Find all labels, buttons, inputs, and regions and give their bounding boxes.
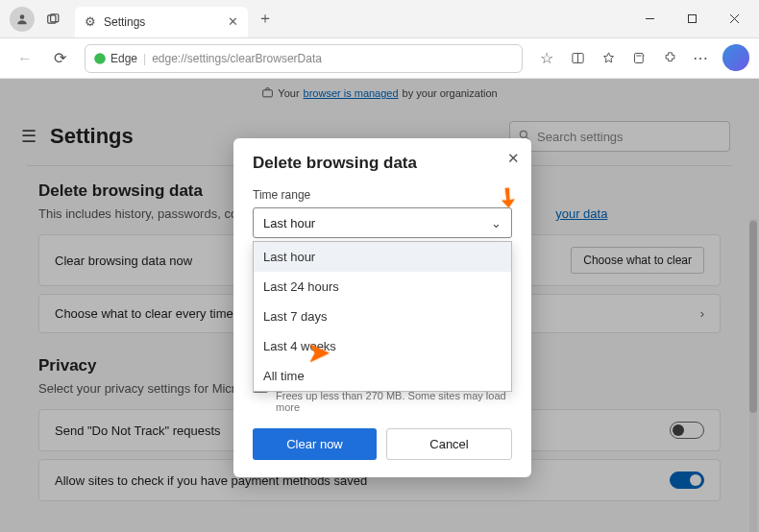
cancel-button[interactable]: Cancel bbox=[386, 428, 512, 460]
option-last-4-weeks[interactable]: Last 4 weeks bbox=[254, 331, 511, 361]
row-label: Choose what to clear every time you bbox=[55, 306, 257, 321]
browser-tab[interactable]: ⚙ Settings ✕ bbox=[75, 7, 248, 37]
dialog-title: Delete browsing data bbox=[253, 154, 512, 173]
svg-point-11 bbox=[520, 131, 526, 137]
separator: | bbox=[143, 52, 146, 65]
svg-point-4 bbox=[94, 53, 106, 64]
site-identity-icon: Edge bbox=[93, 52, 137, 65]
clear-now-button[interactable]: Clear now bbox=[253, 428, 377, 460]
svg-rect-3 bbox=[688, 15, 696, 23]
desc-text: This includes history, passwords, cookie bbox=[38, 206, 260, 221]
dropdown-list: Last hour Last 24 hours Last 7 days Last… bbox=[253, 241, 512, 392]
row-label: Send "Do Not Track" requests bbox=[55, 423, 221, 438]
option-label: All time bbox=[263, 369, 305, 383]
extensions-icon[interactable] bbox=[655, 44, 684, 73]
url-text: edge://settings/clearBrowserData bbox=[152, 52, 322, 65]
copilot-icon[interactable] bbox=[722, 44, 749, 71]
scrollbar[interactable] bbox=[749, 219, 757, 532]
dialog-footer: Clear now Cancel bbox=[253, 428, 512, 460]
refresh-button[interactable]: ⟳ bbox=[44, 43, 75, 74]
favorite-star-icon[interactable]: ☆ bbox=[532, 44, 561, 73]
chevron-down-icon: ⌄ bbox=[491, 216, 502, 230]
edge-label: Edge bbox=[110, 52, 137, 65]
minimize-button[interactable] bbox=[628, 4, 671, 35]
svg-rect-10 bbox=[263, 89, 273, 96]
search-placeholder: Search settings bbox=[537, 130, 624, 144]
choose-what-to-clear-button[interactable]: Choose what to clear bbox=[571, 247, 704, 274]
svg-point-0 bbox=[20, 14, 25, 19]
your-data-link[interactable]: your data bbox=[555, 206, 607, 221]
close-window-button[interactable] bbox=[713, 4, 755, 35]
managed-suffix: by your organization bbox=[403, 87, 498, 99]
more-icon[interactable]: ⋯ bbox=[686, 44, 715, 73]
favorites-icon[interactable] bbox=[594, 44, 623, 73]
back-button[interactable]: ← bbox=[10, 43, 40, 74]
hamburger-icon[interactable]: ☰ bbox=[21, 126, 37, 147]
new-tab-button[interactable]: ＋ bbox=[248, 9, 282, 29]
svg-rect-7 bbox=[634, 54, 643, 63]
option-last-24-hours[interactable]: Last 24 hours bbox=[254, 272, 511, 302]
tab-actions-icon[interactable] bbox=[40, 7, 65, 32]
briefcase-icon bbox=[261, 86, 274, 101]
cached-sub: Frees up less than 270 MB. Some sites ma… bbox=[276, 390, 512, 413]
managed-notice-bar: Your browser is managed by your organiza… bbox=[0, 79, 759, 108]
managed-link[interactable]: browser is managed bbox=[304, 87, 399, 99]
collections-icon[interactable] bbox=[624, 44, 653, 73]
managed-prefix: Your bbox=[278, 87, 299, 99]
toggle-payment[interactable] bbox=[670, 472, 704, 489]
option-last-hour[interactable]: Last hour bbox=[254, 242, 511, 272]
search-settings-input[interactable]: Search settings bbox=[509, 121, 730, 152]
profile-icon[interactable] bbox=[10, 7, 35, 32]
dropdown-selected: Last hour bbox=[263, 216, 315, 230]
option-all-time[interactable]: All time bbox=[254, 361, 511, 391]
scrollbar-thumb[interactable] bbox=[749, 221, 757, 413]
address-bar[interactable]: Edge | edge://settings/clearBrowserData bbox=[85, 44, 523, 73]
delete-browsing-data-dialog: ✕ Delete browsing data Time range Last h… bbox=[233, 138, 531, 477]
tab-title: Settings bbox=[104, 15, 145, 29]
time-range-dropdown[interactable]: Last hour ⌄ Last hour Last 24 hours Last… bbox=[253, 207, 512, 238]
chevron-right-icon: › bbox=[700, 306, 704, 321]
window-titlebar: ⚙ Settings ✕ ＋ bbox=[0, 0, 759, 38]
close-dialog-button[interactable]: ✕ bbox=[507, 150, 520, 167]
time-range-label: Time range bbox=[253, 188, 512, 202]
window-controls bbox=[628, 4, 755, 35]
split-screen-icon[interactable] bbox=[563, 44, 592, 73]
annotation-arrow-icon: ➤ bbox=[308, 338, 330, 368]
maximize-button[interactable] bbox=[671, 4, 713, 35]
browser-toolbar: ← → ⟳ Edge | edge://settings/clearBrowse… bbox=[0, 38, 759, 79]
page-title: Settings bbox=[50, 124, 134, 149]
row-label: Clear browsing data now bbox=[55, 254, 192, 268]
toggle-dnt[interactable] bbox=[670, 422, 704, 439]
option-last-7-days[interactable]: Last 7 days bbox=[254, 302, 511, 331]
gear-icon: ⚙ bbox=[85, 14, 96, 29]
close-tab-icon[interactable]: ✕ bbox=[228, 14, 238, 29]
